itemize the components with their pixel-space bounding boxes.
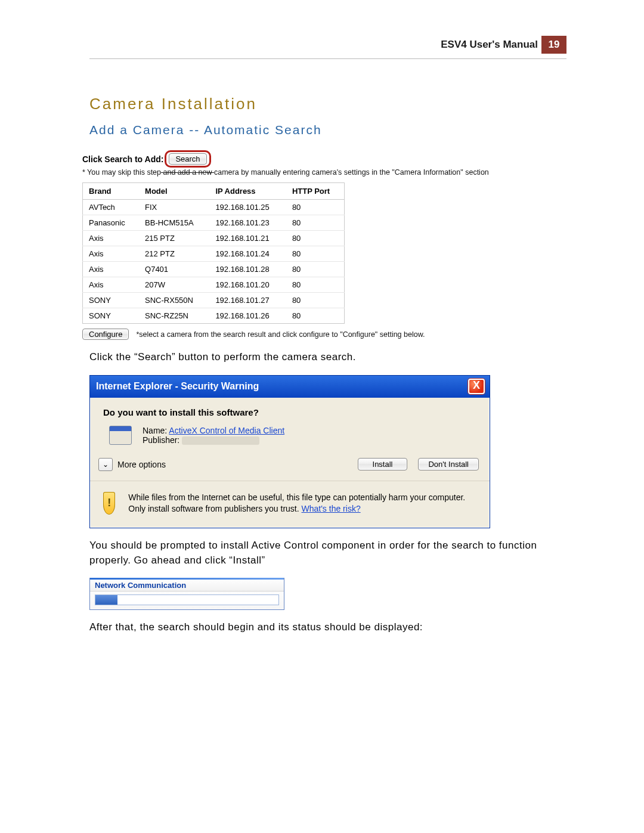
configure-note: *select a camera from the search result … (136, 330, 425, 339)
paragraph-3: After that, the search should begin and … (89, 620, 566, 635)
table-row[interactable]: SONYSNC-RX550N192.168.101.2780 (83, 293, 345, 308)
cell-ip: 192.168.101.26 (209, 308, 286, 324)
cell-model: 212 PTZ (139, 246, 209, 262)
search-label: Click Search to Add: (82, 154, 163, 164)
cell-brand: AVTech (83, 200, 140, 215)
col-ip: IP Address (209, 183, 286, 200)
progress-bar (95, 594, 279, 605)
cell-port: 80 (286, 277, 345, 293)
col-port: HTTP Port (286, 183, 345, 200)
cell-model: SNC-RZ25N (139, 308, 209, 324)
cell-brand: Panasonic (83, 215, 140, 231)
cell-port: 80 (286, 246, 345, 262)
app-icon (109, 426, 132, 445)
table-row[interactable]: Axis212 PTZ192.168.101.2480 (83, 246, 345, 262)
software-name-link[interactable]: ActiveX Control of Media Client (169, 426, 284, 435)
chevron-down-icon[interactable]: ⌄ (98, 458, 113, 471)
cell-model: Q7401 (139, 262, 209, 277)
page-header: ESV4 User's Manual 19 (89, 36, 566, 59)
table-row[interactable]: PanasonicBB-HCM515A192.168.101.2380 (83, 215, 345, 231)
header-title: ESV4 User's Manual (441, 39, 538, 51)
install-button[interactable]: Install (358, 458, 408, 470)
cell-brand: Axis (83, 246, 140, 262)
table-row[interactable]: Axis215 PTZ192.168.101.2180 (83, 231, 345, 246)
camera-results-table: Brand Model IP Address HTTP Port AVTechF… (82, 182, 345, 324)
table-row[interactable]: AxisQ7401192.168.101.2880 (83, 262, 345, 277)
camera-search-panel: Click Search to Add: Search * You may sk… (82, 150, 565, 340)
warning-text: While files from the Internet can be use… (128, 492, 476, 515)
cell-port: 80 (286, 262, 345, 277)
publisher-label: Publisher: (143, 435, 179, 445)
cell-model: SNC-RX550N (139, 293, 209, 308)
cell-brand: SONY (83, 293, 140, 308)
cell-port: 80 (286, 231, 345, 246)
cell-ip: 192.168.101.21 (209, 231, 286, 246)
search-button[interactable]: Search (169, 153, 206, 165)
table-row[interactable]: SONYSNC-RZ25N192.168.101.2680 (83, 308, 345, 324)
cell-ip: 192.168.101.20 (209, 277, 286, 293)
cell-port: 80 (286, 200, 345, 215)
cell-port: 80 (286, 308, 345, 324)
warning-shield-icon: ! (103, 492, 115, 515)
dialog-title: Internet Explorer - Security Warning (96, 381, 259, 392)
dialog-question: Do you want to install this software? (103, 407, 479, 417)
search-highlight: Search (165, 150, 210, 168)
paragraph-1: Click the “Search” button to perform the… (89, 350, 566, 365)
cell-ip: 192.168.101.23 (209, 215, 286, 231)
configure-button[interactable]: Configure (82, 329, 129, 340)
paragraph-2: You should be prompted to install Active… (89, 538, 566, 568)
skip-note: * You may skip this step and add a new c… (82, 168, 565, 176)
section-heading: Camera Installation (89, 95, 566, 113)
cell-brand: Axis (83, 262, 140, 277)
progress-window: Network Communication (89, 578, 284, 610)
publisher-value-redacted (182, 436, 259, 445)
col-brand: Brand (83, 183, 140, 200)
cell-model: FIX (139, 200, 209, 215)
table-row[interactable]: Axis207W192.168.101.2080 (83, 277, 345, 293)
col-model: Model (139, 183, 209, 200)
cell-ip: 192.168.101.25 (209, 200, 286, 215)
cell-brand: Axis (83, 231, 140, 246)
progress-fill (95, 595, 117, 605)
cell-ip: 192.168.101.27 (209, 293, 286, 308)
cell-model: BB-HCM515A (139, 215, 209, 231)
whats-the-risk-link[interactable]: What's the risk? (302, 504, 361, 513)
subsection-heading: Add a Camera -- Automatic Search (89, 123, 566, 137)
dont-install-button[interactable]: Don't Install (418, 458, 479, 470)
cell-port: 80 (286, 293, 345, 308)
cell-model: 215 PTZ (139, 231, 209, 246)
cell-brand: SONY (83, 308, 140, 324)
table-row[interactable]: AVTechFIX192.168.101.2580 (83, 200, 345, 215)
name-label: Name: (143, 426, 167, 435)
cell-brand: Axis (83, 277, 140, 293)
progress-title: Network Communication (90, 578, 284, 592)
document-page: ESV4 User's Manual 19 Camera Installatio… (0, 0, 644, 833)
cell-port: 80 (286, 215, 345, 231)
page-number: 19 (541, 36, 566, 54)
cell-model: 207W (139, 277, 209, 293)
ie-security-dialog: Internet Explorer - Security Warning X D… (89, 375, 490, 528)
cell-ip: 192.168.101.28 (209, 262, 286, 277)
more-options-link[interactable]: More options (117, 460, 166, 469)
dialog-titlebar: Internet Explorer - Security Warning X (90, 376, 490, 398)
close-icon[interactable]: X (468, 379, 485, 394)
cell-ip: 192.168.101.24 (209, 246, 286, 262)
